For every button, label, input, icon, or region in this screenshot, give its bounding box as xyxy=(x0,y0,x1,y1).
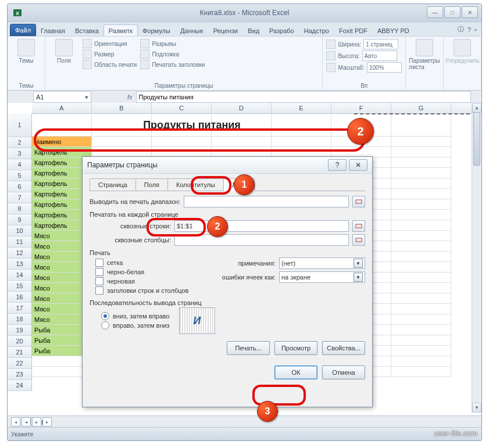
cell[interactable] xyxy=(391,168,451,178)
tab-insert[interactable]: Вставка xyxy=(70,24,104,36)
cell[interactable] xyxy=(152,137,212,147)
tab-developer[interactable]: Разрабо xyxy=(264,24,299,36)
cell[interactable] xyxy=(391,356,451,367)
size-button[interactable]: Размер xyxy=(83,49,137,59)
col-header[interactable]: D xyxy=(212,103,272,113)
tab-page-layout[interactable]: Разметк xyxy=(103,24,138,36)
cell[interactable]: Наимено xyxy=(32,137,92,147)
properties-button[interactable]: Свойства... xyxy=(322,341,365,355)
tab-addins[interactable]: Надстро xyxy=(299,24,334,36)
sheet-options-button[interactable]: Параметры листа xyxy=(409,39,440,70)
cancel-button[interactable]: Отмена xyxy=(322,365,365,379)
cell[interactable] xyxy=(391,252,451,262)
range-ref-button[interactable] xyxy=(352,196,365,207)
orientation-button[interactable]: Ориентация xyxy=(83,39,137,48)
dlg-tab-page[interactable]: Страница xyxy=(90,178,136,191)
row-header[interactable]: 11 xyxy=(8,236,32,248)
sheet-nav[interactable]: ◂◂▸▸ xyxy=(11,417,52,427)
chk-grid[interactable] xyxy=(95,259,103,267)
row-header[interactable]: 23 xyxy=(8,369,32,380)
window-buttons-icon[interactable]: ▫ xyxy=(474,26,477,33)
col-header[interactable]: C xyxy=(152,103,212,113)
cell[interactable] xyxy=(92,137,152,147)
row-header[interactable]: 6 xyxy=(8,181,32,192)
row-header[interactable]: 2 xyxy=(8,137,32,148)
fx-icon[interactable]: fx xyxy=(124,94,136,101)
row-header[interactable]: 21 xyxy=(8,347,32,358)
print-titles-button[interactable]: Печатать заголовки xyxy=(140,60,205,69)
row-header[interactable]: 1 xyxy=(8,113,32,137)
preview-button[interactable]: Просмотр xyxy=(274,341,317,355)
breaks-button[interactable]: Разрывы xyxy=(140,39,205,48)
tab-review[interactable]: Рецензи xyxy=(208,24,244,36)
cell[interactable] xyxy=(272,137,331,147)
cell[interactable] xyxy=(391,367,451,377)
cell[interactable] xyxy=(391,314,451,325)
cell[interactable] xyxy=(391,189,451,199)
row-header[interactable]: 17 xyxy=(8,303,32,314)
ribbon-toggle-icon[interactable]: ⓘ xyxy=(458,25,464,34)
dlg-tab-headerfooter[interactable]: Колонтитулы xyxy=(167,178,224,191)
minimize-button[interactable]: — xyxy=(427,6,443,18)
row-header[interactable]: 14 xyxy=(8,270,32,281)
tab-data[interactable]: Данные xyxy=(175,24,209,36)
help-icon[interactable]: ? xyxy=(467,26,471,33)
arrange-button[interactable]: Упорядочить xyxy=(447,39,477,64)
dialog-help-button[interactable]: ? xyxy=(328,159,347,171)
cell[interactable] xyxy=(391,137,451,147)
row-header[interactable]: 7 xyxy=(8,192,32,203)
maximize-button[interactable]: □ xyxy=(444,6,461,18)
row-header[interactable]: 22 xyxy=(8,358,32,369)
tab-file[interactable]: Файл xyxy=(10,24,36,36)
rows-ref-button[interactable] xyxy=(352,220,365,232)
row-header[interactable]: 8 xyxy=(8,203,32,214)
row-header[interactable]: 9 xyxy=(8,214,32,225)
col-header[interactable]: A xyxy=(32,103,92,113)
chk-bw[interactable] xyxy=(95,268,103,276)
cell[interactable] xyxy=(391,199,451,210)
cell[interactable] xyxy=(391,262,451,273)
cell[interactable] xyxy=(391,304,451,314)
row-header[interactable]: 12 xyxy=(8,248,32,259)
merged-title-cell[interactable]: Продукты питания xyxy=(32,113,352,137)
tab-view[interactable]: Вид xyxy=(242,24,265,36)
row-header[interactable]: 10 xyxy=(8,225,32,236)
errors-combo[interactable]: на экране▼ xyxy=(279,271,365,283)
col-header[interactable]: B xyxy=(92,103,152,113)
radio-over-down[interactable] xyxy=(101,321,109,329)
vertical-scrollbar[interactable]: ▲ ▼ xyxy=(472,103,481,413)
tab-abbyy[interactable]: ABBYY PD xyxy=(372,24,415,36)
scale-input[interactable]: 100% xyxy=(367,62,402,73)
col-header[interactable]: F xyxy=(331,103,391,113)
cell[interactable] xyxy=(391,157,451,168)
cell[interactable] xyxy=(391,231,451,241)
print-area-button[interactable]: Область печати xyxy=(83,60,137,69)
cell[interactable] xyxy=(391,293,451,304)
fit-width-input[interactable]: 1 страниц xyxy=(363,39,398,49)
margins-button[interactable]: Поля xyxy=(49,39,79,64)
background-button[interactable]: Подложка xyxy=(140,49,205,59)
cell[interactable] xyxy=(391,178,451,189)
cell[interactable] xyxy=(391,335,451,346)
cols-ref-button[interactable] xyxy=(352,234,365,246)
cell[interactable] xyxy=(391,210,451,220)
notes-combo[interactable]: (нет)▼ xyxy=(279,257,365,269)
row-header[interactable]: 3 xyxy=(8,148,32,159)
row-header[interactable]: 5 xyxy=(8,170,32,181)
row-header[interactable]: 24 xyxy=(8,380,32,391)
fit-height-input[interactable]: Авто xyxy=(362,51,397,61)
close-button[interactable]: ✕ xyxy=(462,6,478,18)
ok-button[interactable]: ОК xyxy=(274,365,317,379)
print-range-input[interactable] xyxy=(184,196,349,207)
row-header[interactable]: 4 xyxy=(8,159,32,170)
row-header[interactable]: 19 xyxy=(8,325,32,336)
cell[interactable] xyxy=(391,220,451,231)
cell[interactable] xyxy=(391,113,451,137)
chk-headings[interactable] xyxy=(95,286,103,295)
tab-formulas[interactable]: Формулы xyxy=(137,24,176,36)
name-box[interactable]: A1▾ xyxy=(33,91,91,103)
repeat-rows-input[interactable]: $1:$1 xyxy=(174,220,349,232)
row-header[interactable]: 13 xyxy=(8,259,32,270)
row-header[interactable]: 18 xyxy=(8,314,32,325)
row-header[interactable]: 16 xyxy=(8,292,32,303)
